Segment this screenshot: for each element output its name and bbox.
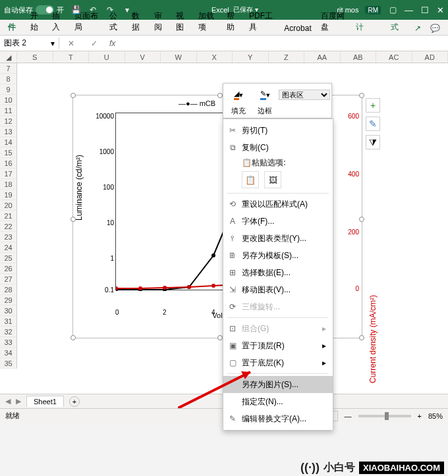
- row-header[interactable]: 18: [0, 179, 17, 190]
- tab-file[interactable]: 文件: [4, 9, 25, 35]
- name-box[interactable]: 图表 2 ▾: [0, 38, 59, 49]
- border-color-icon[interactable]: ✎▾: [256, 88, 274, 101]
- row-header[interactable]: 7: [0, 63, 17, 74]
- redo-icon[interactable]: ↷: [105, 5, 115, 15]
- zoom-in-button[interactable]: +: [418, 412, 422, 420]
- ribbon-options-icon[interactable]: ▢: [387, 5, 398, 15]
- row-header[interactable]: 9: [0, 84, 17, 95]
- row-header[interactable]: 16: [0, 158, 17, 169]
- tab-chart-design[interactable]: 图表设计: [352, 9, 385, 35]
- col-header[interactable]: X: [197, 51, 233, 63]
- zoom-out-button[interactable]: —: [345, 412, 352, 420]
- menu-cut[interactable]: ✂剪切(T): [223, 122, 333, 139]
- col-header[interactable]: AA: [304, 51, 341, 63]
- menu-save-as-picture[interactable]: 另存为图片(S)...: [223, 376, 333, 393]
- row-header[interactable]: 30: [0, 305, 17, 316]
- menu-copy[interactable]: ⧉复制(C): [223, 139, 333, 156]
- tab-acrobat[interactable]: Acrobat: [280, 22, 315, 35]
- row-header[interactable]: 33: [0, 337, 17, 348]
- col-header[interactable]: Y: [233, 51, 269, 63]
- chart-legend[interactable]: —●— mCB: [179, 99, 215, 107]
- resize-handle[interactable]: [359, 335, 364, 340]
- name-box-dropdown-icon[interactable]: ▾: [51, 39, 55, 48]
- chart-area-select[interactable]: 图表区: [279, 90, 330, 100]
- row-header[interactable]: 12: [0, 116, 17, 126]
- menu-edit-alt-text[interactable]: ✎编辑替换文字(A)...: [223, 410, 333, 427]
- row-header[interactable]: 35: [0, 358, 17, 369]
- menu-font[interactable]: A字体(F)...: [223, 213, 333, 230]
- chart-styles-button[interactable]: ✎: [366, 117, 380, 131]
- menu-bring-front[interactable]: ▣置于顶层(R)▸: [223, 337, 333, 354]
- enter-icon[interactable]: ✓: [91, 39, 98, 48]
- comments-icon[interactable]: 💬: [426, 22, 444, 35]
- col-header[interactable]: Z: [269, 51, 305, 63]
- paste-option-picture[interactable]: 🖼: [264, 171, 281, 188]
- undo-icon[interactable]: ↶: [88, 5, 98, 15]
- zoom-level[interactable]: 85%: [428, 412, 443, 420]
- sheet-tab-1[interactable]: Sheet1: [26, 396, 64, 407]
- row-header[interactable]: 24: [0, 242, 17, 253]
- menu-change-chart-type[interactable]: ⫯更改图表类型(Y)...: [223, 230, 333, 247]
- row-header[interactable]: 27: [0, 274, 17, 284]
- fill-color-icon[interactable]: ◢▾: [229, 88, 248, 101]
- col-header[interactable]: W: [161, 51, 197, 63]
- col-header[interactable]: V: [125, 51, 161, 63]
- menu-assign-macro[interactable]: 指定宏(N)...: [223, 393, 333, 410]
- row-header[interactable]: 11: [0, 105, 17, 116]
- tab-help[interactable]: 帮助: [223, 9, 244, 35]
- resize-handle[interactable]: [217, 93, 223, 98]
- close-icon[interactable]: ✕: [437, 5, 444, 15]
- row-header[interactable]: 25: [0, 253, 17, 263]
- menu-send-back[interactable]: ▢置于底层(K)▸: [223, 354, 333, 371]
- zoom-slider[interactable]: [358, 415, 411, 417]
- formula-input[interactable]: [119, 36, 448, 51]
- col-header[interactable]: AC: [376, 51, 412, 63]
- paste-option-default[interactable]: 📋: [242, 171, 259, 188]
- mini-toolbar[interactable]: ◢▾ ✎▾ 图表区 填充 边框: [223, 83, 332, 119]
- row-header[interactable]: 19: [0, 190, 17, 200]
- resize-handle[interactable]: [70, 93, 76, 98]
- menu-save-template[interactable]: 🗎另存为模板(S)...: [223, 247, 333, 264]
- chart-elements-button[interactable]: +: [366, 98, 380, 113]
- resize-handle[interactable]: [217, 335, 223, 340]
- row-header[interactable]: 14: [0, 137, 17, 147]
- col-header[interactable]: T: [53, 51, 90, 63]
- row-header[interactable]: 10: [0, 95, 17, 105]
- resize-handle[interactable]: [70, 335, 76, 340]
- save-icon[interactable]: 💾: [70, 5, 81, 15]
- row-header[interactable]: 13: [0, 126, 17, 137]
- tab-review[interactable]: 审阅: [150, 9, 171, 35]
- maximize-icon[interactable]: ☐: [421, 5, 429, 15]
- x-axis-label[interactable]: Vol: [212, 311, 222, 319]
- y-axis-right-label[interactable]: Current density (mA/cm²): [368, 267, 378, 411]
- row-header[interactable]: 31: [0, 316, 17, 327]
- col-header[interactable]: U: [89, 51, 125, 63]
- tab-pdf[interactable]: PDF工具: [245, 9, 279, 35]
- row-header[interactable]: 34: [0, 348, 17, 358]
- share-icon[interactable]: ↗: [410, 22, 425, 35]
- row-header[interactable]: 29: [0, 295, 17, 305]
- row-header[interactable]: 21: [0, 211, 17, 221]
- col-header[interactable]: AB: [341, 51, 377, 63]
- toggle-switch[interactable]: [36, 5, 54, 14]
- row-header[interactable]: 15: [0, 147, 17, 158]
- row-header[interactable]: 20: [0, 200, 17, 211]
- col-header[interactable]: AD: [412, 51, 449, 63]
- menu-reset-style[interactable]: ⟲重设以匹配样式(A): [223, 196, 333, 213]
- qat-dropdown-icon[interactable]: ▾: [122, 5, 132, 15]
- row-header[interactable]: 17: [0, 169, 17, 179]
- new-sheet-button[interactable]: +: [69, 396, 80, 407]
- row-header[interactable]: 32: [0, 327, 17, 337]
- resize-handle[interactable]: [359, 93, 364, 98]
- row-header[interactable]: 26: [0, 263, 17, 274]
- select-all-corner[interactable]: ◢: [0, 51, 17, 63]
- sheet-nav-next[interactable]: ▶: [16, 397, 21, 406]
- row-header[interactable]: 8: [0, 74, 17, 84]
- tab-view[interactable]: 视图: [172, 9, 193, 35]
- row-header[interactable]: 22: [0, 221, 17, 232]
- sheet-nav-prev[interactable]: ◀: [5, 397, 11, 406]
- resize-handle[interactable]: [359, 217, 364, 222]
- row-header[interactable]: 23: [0, 232, 17, 242]
- menu-move-chart[interactable]: ⇲移动图表(V)...: [223, 281, 333, 298]
- tab-baidu[interactable]: 百度网盘: [317, 9, 350, 35]
